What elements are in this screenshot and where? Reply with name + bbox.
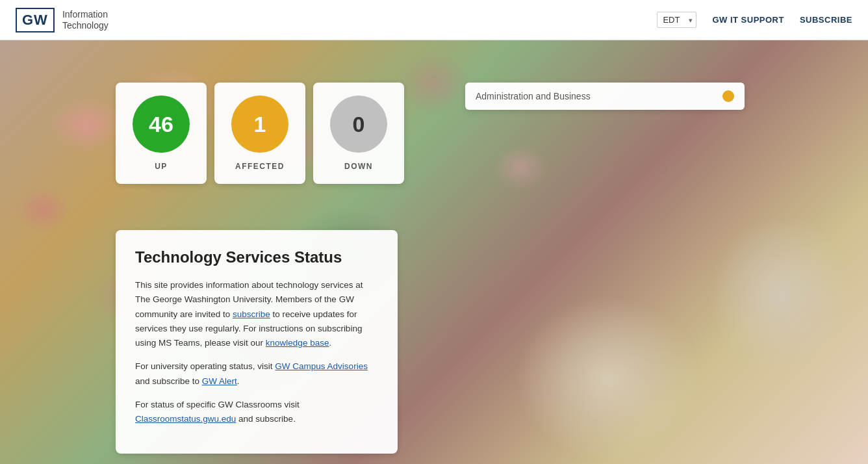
status-card-down: 0 DOWN [313, 83, 404, 184]
info-title: Technology Services Status [135, 248, 378, 266]
category-label: Administration and Business [476, 91, 591, 101]
hero-content: 46 UP 1 AFFECTED 0 DOWN Administration [0, 40, 868, 464]
status-card-affected: 1 AFFECTED [214, 83, 305, 184]
down-label: DOWN [344, 162, 373, 171]
up-label: UP [155, 162, 168, 171]
hero-background: 46 UP 1 AFFECTED 0 DOWN Administration [0, 40, 868, 464]
info-paragraph-1: This site provides information about tec… [135, 278, 378, 350]
header-nav: EDT EST UTC GW IT SUPPORT SUBSCRIBE [657, 12, 852, 28]
classroomstatus-link[interactable]: Classroomstatus.gwu.edu [135, 414, 236, 424]
info-body: This site provides information about tec… [135, 278, 378, 426]
site-header: GW Information Technology EDT EST UTC GW… [0, 0, 868, 40]
status-cards-row: 46 UP 1 AFFECTED 0 DOWN [116, 83, 404, 184]
category-status-dot [722, 90, 734, 102]
subscribe-inline-link[interactable]: subscribe [233, 309, 270, 319]
status-card-up: 46 UP [116, 83, 207, 184]
timezone-selector[interactable]: EDT EST UTC [657, 12, 696, 28]
category-dropdown[interactable]: Administration and Business [465, 83, 745, 110]
affected-label: AFFECTED [235, 162, 285, 171]
subscribe-link-header[interactable]: SUBSCRIBE [800, 15, 852, 25]
campus-advisories-link[interactable]: GW Campus Advisories [275, 361, 368, 371]
logo-area: GW Information Technology [16, 8, 108, 32]
info-paragraph-3: For status of specific GW Classrooms vis… [135, 398, 378, 427]
gw-alert-link[interactable]: GW Alert [202, 376, 237, 386]
knowledge-base-link[interactable]: knowledge base [266, 338, 329, 348]
affected-circle: 1 [231, 96, 288, 153]
down-circle: 0 [330, 96, 387, 153]
up-circle: 46 [133, 96, 190, 153]
logo-text: Information Technology [62, 9, 108, 31]
info-paragraph-2: For university operating status, visit G… [135, 359, 378, 389]
gw-logo: GW [16, 8, 55, 32]
timezone-dropdown[interactable]: EDT EST UTC [657, 12, 696, 28]
info-panel: Technology Services Status This site pro… [116, 230, 398, 454]
gw-it-support-link[interactable]: GW IT SUPPORT [712, 15, 784, 25]
